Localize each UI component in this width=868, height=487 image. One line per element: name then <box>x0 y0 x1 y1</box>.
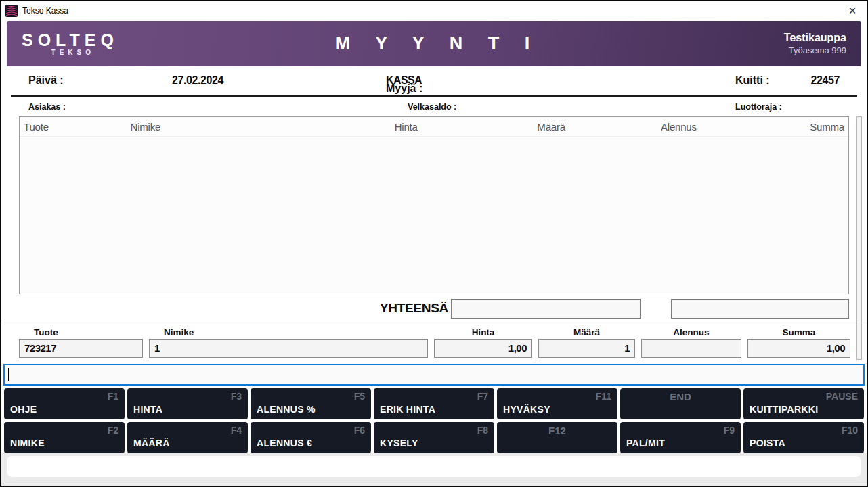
table-scrollbar[interactable] <box>856 116 862 360</box>
workstation-id: Työasema 999 <box>731 45 846 55</box>
function-key-grid: F1 OHJE F3 HINTA F5 ALENNUS % F7 ERIK HI… <box>1 388 867 453</box>
fkey-label: PAUSE <box>826 391 858 402</box>
logo-text-primary: SOLTEQ <box>22 31 137 49</box>
button-label: OHJE <box>10 404 37 415</box>
column-header-hinta: Hinta <box>352 121 418 133</box>
column-header-maara: Määrä <box>418 121 565 133</box>
info-bar: Päivä : 27.02.2024 Myyjä : KASSA Kuitti … <box>1 66 867 95</box>
button-label: POISTA <box>750 438 785 448</box>
fkey-label: F7 <box>477 391 488 402</box>
items-table-body <box>20 137 848 294</box>
receipt-label: Kuitti : <box>735 74 770 87</box>
entry-label-summa: Summa <box>747 327 850 339</box>
entry-label-hinta: Hinta <box>434 327 532 339</box>
items-table-region: Tuote Nimike Hinta Määrä Alennus Summa <box>1 116 867 294</box>
fkey-label: F5 <box>354 391 365 402</box>
fkey-label: F10 <box>842 425 858 436</box>
fkey-label: F6 <box>354 425 365 436</box>
entry-label-nimike: Nimike <box>149 327 428 339</box>
button-kysely[interactable]: F8 KYSELY <box>374 422 494 453</box>
button-ohje[interactable]: F1 OHJE <box>4 388 125 419</box>
solteq-waves-icon <box>5 5 18 17</box>
titlebar: Tekso Kassa ✕ <box>1 1 867 20</box>
date-value: 27.02.2024 <box>172 74 223 87</box>
close-icon[interactable]: ✕ <box>842 5 863 16</box>
store-info: Testikauppa Työasema 999 <box>731 32 846 55</box>
entry-field-hinta[interactable]: 1,00 <box>434 339 532 358</box>
entry-field-tuote[interactable]: 723217 <box>19 339 143 358</box>
button-pal-mit[interactable]: F9 PAL/MIT <box>620 422 741 453</box>
entry-label-tuote: Tuote <box>19 327 143 339</box>
seller-label: Myyjä : <box>386 83 422 95</box>
command-input[interactable] <box>3 364 865 386</box>
store-name: Testikauppa <box>731 32 846 44</box>
column-header-summa: Summa <box>697 121 844 133</box>
button-label: ALENNUS € <box>257 438 312 448</box>
button-label: NIMIKE <box>10 438 45 448</box>
button-alennus-euro[interactable]: F6 ALENNUS € <box>251 422 371 453</box>
button-label: KYSELY <box>380 438 418 448</box>
credit-limit-label: Luottoraja : <box>735 102 782 112</box>
debt-balance-label: Velkasaldo : <box>408 102 456 112</box>
total-label: YHTEENSÄ <box>380 301 451 316</box>
solteq-logo: SOLTEQ TEKSO <box>22 31 137 56</box>
date-label: Päivä : <box>28 74 64 87</box>
account-bar: Asiakas : Velkasaldo : Luottoraja : <box>1 97 867 116</box>
fkey-label: F9 <box>724 425 735 436</box>
fkey-label: F3 <box>231 391 242 402</box>
button-nimike[interactable]: F2 NIMIKE <box>4 422 125 453</box>
button-label: ERIK HINTA <box>380 404 435 415</box>
receipt-number: 22457 <box>811 74 840 87</box>
entry-field-nimike[interactable]: 1 <box>149 339 428 358</box>
entry-field-summa[interactable]: 1,00 <box>747 339 850 358</box>
column-header-tuote: Tuote <box>24 121 131 133</box>
fkey-label: F4 <box>231 425 242 436</box>
window-title: Tekso Kassa <box>22 6 68 16</box>
items-table-header: Tuote Nimike Hinta Määrä Alennus Summa <box>20 117 848 137</box>
button-label: HINTA <box>133 404 162 415</box>
fkey-label: END <box>620 391 741 402</box>
button-kuittiparkki[interactable]: PAUSE KUITTIPARKKI <box>743 388 864 419</box>
customer-label: Asiakas : <box>28 102 66 112</box>
logo-text-secondary: TEKSO <box>22 49 137 56</box>
button-label: ALENNUS % <box>257 404 316 415</box>
entry-field-maara[interactable]: 1 <box>538 339 635 358</box>
column-header-alennus: Alennus <box>565 121 697 133</box>
line-entry-form: Tuote Nimike Hinta Määrä Alennus Summa 7… <box>1 323 867 358</box>
app-window: Tekso Kassa ✕ SOLTEQ TEKSO M Y Y N T I T… <box>0 0 868 487</box>
button-label: MÄÄRÄ <box>133 438 170 448</box>
fkey-label: F8 <box>477 425 488 436</box>
total-amount-field[interactable] <box>451 299 641 319</box>
column-header-nimike: Nimike <box>131 121 352 133</box>
page-title: M Y Y N T I <box>137 33 731 54</box>
fkey-label: F2 <box>108 425 118 436</box>
button-label: KUITTIPARKKI <box>750 404 818 415</box>
items-table: Tuote Nimike Hinta Määrä Alennus Summa <box>19 116 849 294</box>
button-alennus-prosentti[interactable]: F5 ALENNUS % <box>251 388 371 419</box>
button-poista[interactable]: F10 POISTA <box>743 422 864 453</box>
totals-row: YHTEENSÄ <box>1 294 867 323</box>
status-bar <box>1 453 867 486</box>
entry-fields: 723217 1 1,00 1 1,00 <box>19 339 850 358</box>
fkey-label: F1 <box>108 391 118 402</box>
seller-group: Myyjä : KASSA <box>386 74 422 87</box>
button-label: PAL/MIT <box>626 438 665 448</box>
entry-labels: Tuote Nimike Hinta Määrä Alennus Summa <box>19 327 850 339</box>
fkey-label: F12 <box>497 425 617 436</box>
text-cursor <box>8 368 9 381</box>
status-message-strip <box>7 456 861 477</box>
entry-label-maara: Määrä <box>538 327 635 339</box>
button-label: HYVÄKSY <box>503 404 550 415</box>
button-maara[interactable]: F4 MÄÄRÄ <box>127 422 248 453</box>
button-hyvaksy[interactable]: F11 HYVÄKSY <box>497 388 617 419</box>
entry-field-alennus[interactable] <box>641 339 741 358</box>
button-f12[interactable]: F12 <box>497 422 617 453</box>
button-hinta[interactable]: F3 HINTA <box>127 388 248 419</box>
button-erik-hinta[interactable]: F7 ERIK HINTA <box>374 388 494 419</box>
fkey-label: F11 <box>596 391 611 402</box>
entry-label-alennus: Alennus <box>641 327 741 339</box>
header-banner: SOLTEQ TEKSO M Y Y N T I Testikauppa Työ… <box>7 21 861 66</box>
button-end[interactable]: END <box>620 388 741 419</box>
total-secondary-field[interactable] <box>671 299 849 319</box>
